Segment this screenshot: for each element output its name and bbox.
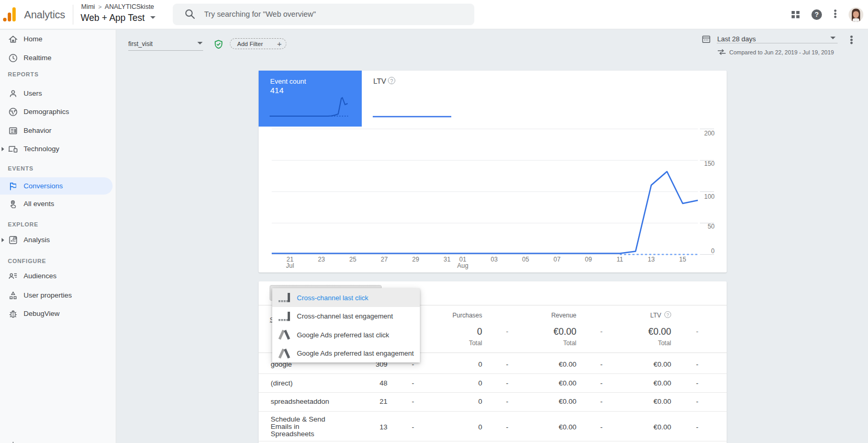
svg-text:Jul: Jul (286, 262, 294, 269)
svg-text:29: 29 (412, 256, 419, 263)
svg-text:25: 25 (349, 256, 357, 263)
svg-text:09: 09 (585, 256, 592, 263)
svg-text:05: 05 (522, 256, 529, 263)
svg-text:23: 23 (318, 256, 325, 263)
svg-text:Aug: Aug (457, 262, 468, 269)
svg-text:31: 31 (443, 256, 451, 263)
svg-text:13: 13 (648, 256, 655, 263)
svg-text:0: 0 (711, 247, 715, 255)
svg-text:200: 200 (704, 130, 715, 137)
svg-text:50: 50 (708, 223, 715, 230)
svg-text:27: 27 (381, 256, 388, 263)
svg-text:150: 150 (704, 160, 715, 167)
svg-text:07: 07 (553, 256, 561, 263)
svg-text:15: 15 (679, 256, 686, 263)
svg-text:03: 03 (491, 256, 498, 263)
svg-text:11: 11 (617, 256, 624, 263)
svg-text:100: 100 (704, 193, 715, 200)
